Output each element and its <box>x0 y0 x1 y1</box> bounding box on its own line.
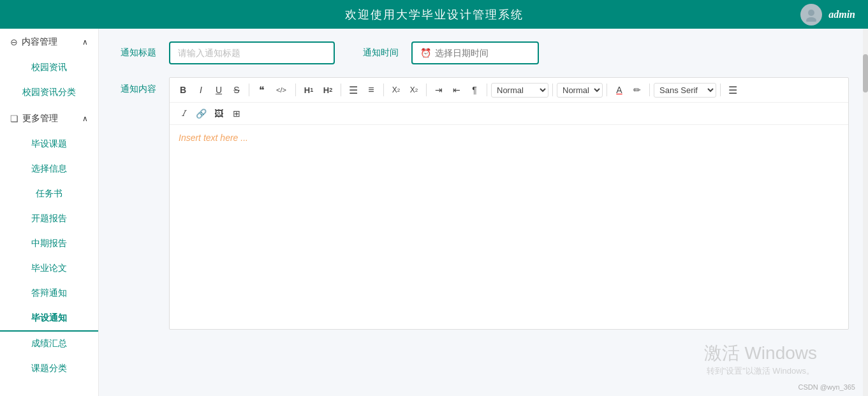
indent-left-button[interactable]: ⇤ <box>448 82 465 98</box>
sidebar-item-mid-report[interactable]: 中期报告 <box>0 231 98 256</box>
italic2-button[interactable]: 𝘐 <box>175 105 191 122</box>
content-label: 通知内容 <box>118 77 156 95</box>
sidebar-item-thesis-notice[interactable]: 毕设通知 <box>0 306 98 332</box>
quote-button[interactable]: ❝ <box>253 82 270 98</box>
sidebar: ⊖ 内容管理 ∧ 校园资讯 校园资讯分类 ❏ 更多管理 ∧ 毕设课题 选择信息 … <box>0 29 99 396</box>
sidebar-item-defense-notice[interactable]: 答辩通知 <box>0 281 98 306</box>
sidebar-section-content: ⊖ 内容管理 ∧ 校园资讯 校园资讯分类 <box>0 29 98 105</box>
unordered-list-button[interactable]: ≡ <box>363 82 379 98</box>
sep9 <box>649 84 650 96</box>
copy-icon: ❏ <box>10 114 18 124</box>
csdn-label: CSDN @wyn_365 <box>798 383 855 391</box>
sep6 <box>487 84 487 96</box>
svg-point-0 <box>808 10 814 16</box>
title-input[interactable] <box>169 41 335 64</box>
link-button[interactable]: 🔗 <box>193 105 209 122</box>
highlight-button[interactable]: ✏ <box>629 82 645 98</box>
table-button[interactable]: ⊞ <box>228 105 245 122</box>
sidebar-item-thesis-topic[interactable]: 毕设课题 <box>0 132 98 157</box>
h1-button[interactable]: H1 <box>300 82 318 98</box>
indent-right-button[interactable]: ⇥ <box>430 82 447 98</box>
sidebar-item-select-info[interactable]: 选择信息 <box>0 157 98 182</box>
text-align-button[interactable]: ☰ <box>725 82 741 98</box>
date-input-wrap[interactable]: ⏰ <box>411 41 539 64</box>
sep7 <box>552 84 553 96</box>
editor-container: B I U S ❝ </> H1 H2 ☰ ≡ X2 X2 <box>169 77 849 330</box>
heading-select[interactable]: Normal Heading 1 Heading 2 <box>491 83 548 98</box>
date-input[interactable] <box>435 48 530 58</box>
body: ⊖ 内容管理 ∧ 校园资讯 校园资讯分类 ❏ 更多管理 ∧ 毕设课题 选择信息 … <box>0 29 868 396</box>
image-button[interactable]: 🖼 <box>210 105 227 122</box>
sidebar-item-campus-news-category[interactable]: 校园资讯分类 <box>0 80 98 105</box>
scroll-track[interactable] <box>863 29 868 396</box>
sep1 <box>249 84 249 96</box>
sidebar-section-more: ❏ 更多管理 ∧ 毕设课题 选择信息 任务书 开题报告 中期报告 毕业论文 答辩… <box>0 105 98 381</box>
circle-minus-icon: ⊖ <box>10 37 18 47</box>
sep5 <box>426 84 427 96</box>
subscript-button[interactable]: X2 <box>388 82 404 98</box>
sidebar-group-more[interactable]: ❏ 更多管理 ∧ <box>0 105 98 132</box>
form-row-title-time: 通知标题 通知时间 ⏰ <box>118 41 849 64</box>
sidebar-group-label-more: 更多管理 <box>22 113 58 124</box>
header-user: admin <box>800 4 855 26</box>
sep10 <box>720 84 721 96</box>
title-label: 通知标题 <box>118 47 156 59</box>
superscript-button[interactable]: X2 <box>406 82 422 98</box>
username: admin <box>828 9 855 20</box>
sep2 <box>295 84 296 96</box>
ordered-list-button[interactable]: ☰ <box>345 82 362 98</box>
sidebar-group-content[interactable]: ⊖ 内容管理 ∧ <box>0 29 98 55</box>
svg-point-1 <box>806 17 816 22</box>
toolbar-row2: 𝘐 🔗 🖼 ⊞ <box>170 103 848 125</box>
sep4 <box>383 84 384 96</box>
font-family-select[interactable]: Sans Serif Serif Monospace <box>654 83 716 98</box>
font-size-select[interactable]: Normal Small Large <box>557 83 603 98</box>
sidebar-item-task-book[interactable]: 任务书 <box>0 182 98 207</box>
toolbar-row1: B I U S ❝ </> H1 H2 ☰ ≡ X2 X2 <box>170 78 848 103</box>
h2-button[interactable]: H2 <box>319 82 337 98</box>
editor-body[interactable]: Insert text here ... <box>170 125 848 329</box>
sidebar-item-thesis[interactable]: 毕业论文 <box>0 256 98 281</box>
sidebar-item-topic-category[interactable]: 课题分类 <box>0 356 98 381</box>
sidebar-item-campus-news[interactable]: 校园资讯 <box>0 55 98 80</box>
header: 欢迎使用大学毕业设计管理系统 admin <box>0 0 868 29</box>
italic-button[interactable]: I <box>193 82 209 98</box>
chevron-up-icon-2: ∧ <box>82 114 88 123</box>
scroll-thumb[interactable] <box>863 54 868 92</box>
clock-icon: ⏰ <box>420 48 431 58</box>
main-content: 通知标题 通知时间 ⏰ 通知内容 B I U S ❝ </> <box>99 29 868 396</box>
strikethrough-button[interactable]: S <box>228 82 245 98</box>
editor-section: 通知内容 B I U S ❝ </> H1 H2 ☰ ≡ <box>118 77 849 330</box>
text-color-button[interactable]: A <box>611 82 628 98</box>
chevron-up-icon: ∧ <box>82 38 88 47</box>
header-title: 欢迎使用大学毕业设计管理系统 <box>345 7 524 22</box>
sidebar-group-label-content: 内容管理 <box>22 36 57 48</box>
sep3 <box>341 84 341 96</box>
paragraph-button[interactable]: ¶ <box>466 82 483 98</box>
sidebar-item-grade-summary[interactable]: 成绩汇总 <box>0 332 98 356</box>
bold-button[interactable]: B <box>175 82 191 98</box>
sep8 <box>607 84 607 96</box>
underline-button[interactable]: U <box>210 82 227 98</box>
sidebar-item-proposal[interactable]: 开题报告 <box>0 207 98 231</box>
time-label: 通知时间 <box>360 47 399 59</box>
avatar <box>800 4 822 26</box>
code-button[interactable]: </> <box>271 82 291 98</box>
